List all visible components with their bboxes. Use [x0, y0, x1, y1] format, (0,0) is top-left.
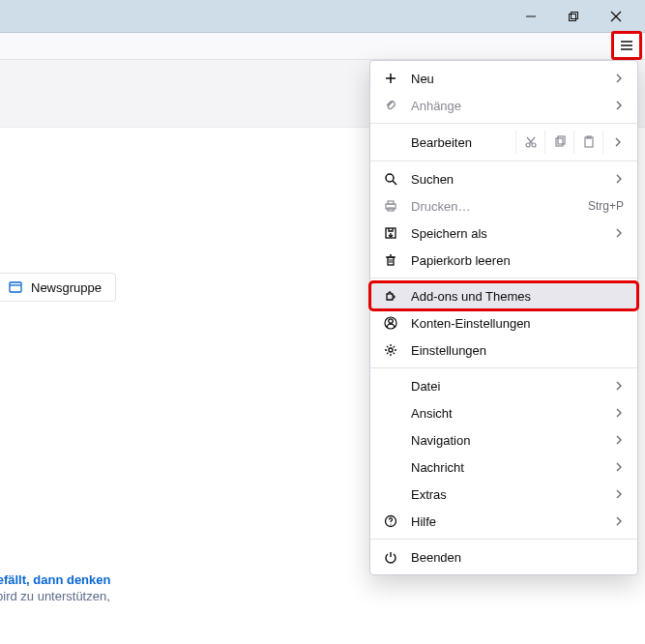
svg-point-20	[386, 174, 394, 182]
copy-icon	[553, 135, 567, 149]
chevron-right-icon	[612, 435, 626, 445]
puzzle-icon	[382, 287, 399, 305]
menu-label: Papierkorb leeren	[411, 253, 626, 268]
menu-item-file[interactable]: Datei	[370, 372, 637, 399]
svg-point-36	[390, 523, 391, 524]
copy-button[interactable]	[544, 131, 573, 154]
menu-item-save-as[interactable]: Speichern als	[370, 220, 637, 247]
menu-label: Extras	[411, 487, 601, 502]
clipboard-icon	[582, 135, 596, 149]
chevron-right-icon	[612, 228, 626, 238]
chevron-right-icon	[612, 462, 626, 472]
donate-line-2: nderbird zu unterstützen,	[0, 588, 242, 605]
menu-label: Konten-Einstellungen	[411, 316, 626, 331]
menu-separator	[370, 161, 637, 161]
svg-point-32	[389, 319, 393, 323]
menu-separator	[370, 539, 637, 540]
svg-rect-16	[556, 138, 563, 146]
menu-item-message[interactable]: Nachricht	[370, 454, 637, 481]
menu-item-search[interactable]: Suchen	[370, 165, 637, 192]
menu-shortcut: Strg+P	[588, 199, 624, 213]
menu-separator	[370, 367, 637, 368]
chevron-right-icon	[612, 381, 626, 391]
app-menu-panel: Neu Anhänge Bearbeiten	[369, 60, 638, 575]
chevron-right-icon[interactable]	[602, 131, 631, 154]
menu-item-navigation[interactable]: Navigation	[370, 426, 637, 454]
menu-item-extras[interactable]: Extras	[370, 481, 637, 508]
plus-icon	[382, 70, 399, 87]
menu-separator	[370, 123, 637, 124]
menu-label: Datei	[411, 379, 601, 394]
menu-item-help[interactable]: Hilfe	[370, 508, 637, 535]
menu-item-quit[interactable]: Beenden	[370, 543, 637, 571]
chevron-right-icon	[612, 516, 626, 526]
svg-rect-17	[558, 136, 565, 144]
menu-item-new[interactable]: Neu	[370, 65, 637, 92]
menu-label: Beenden	[411, 550, 626, 565]
power-icon	[382, 548, 399, 566]
menu-edit-row: Bearbeiten	[370, 128, 637, 157]
app-menu-button[interactable]	[611, 31, 642, 60]
svg-rect-8	[10, 282, 21, 292]
paste-button[interactable]	[573, 131, 602, 154]
chevron-right-icon	[612, 489, 626, 499]
menu-item-empty-trash[interactable]: Papierkorb leeren	[370, 247, 637, 274]
search-icon	[382, 170, 399, 188]
chevron-right-icon	[612, 73, 626, 83]
svg-point-34	[389, 348, 393, 352]
window-titlebar	[0, 0, 645, 33]
trash-icon	[382, 251, 399, 269]
menu-item-print: Drucken… Strg+P	[370, 192, 637, 220]
menu-item-accounts[interactable]: Konten-Einstellungen	[370, 309, 637, 337]
newsgroup-chip[interactable]: Newsgruppe	[0, 273, 116, 302]
account-icon	[382, 314, 399, 332]
minimize-button[interactable]	[510, 3, 552, 30]
svg-line-21	[393, 181, 396, 185]
menu-label: Ansicht	[411, 406, 601, 421]
paperclip-icon	[382, 97, 399, 114]
newsgroup-label: Newsgruppe	[31, 280, 102, 295]
menu-label: Neu	[411, 72, 601, 86]
menu-label: Navigation	[411, 433, 601, 448]
help-icon	[382, 512, 399, 530]
menu-label: Suchen	[411, 172, 601, 187]
save-icon	[382, 224, 399, 242]
svg-rect-2	[572, 12, 578, 18]
gear-icon	[382, 341, 399, 359]
menu-item-view[interactable]: Ansicht	[370, 399, 637, 426]
chevron-right-icon	[612, 408, 626, 418]
newsgroup-icon	[8, 279, 23, 295]
menu-item-addons[interactable]: Add-ons und Themes	[370, 282, 637, 309]
maximize-button[interactable]	[552, 3, 595, 30]
hamburger-icon	[619, 38, 634, 53]
cut-button[interactable]	[515, 131, 544, 154]
menu-label: Nachricht	[411, 460, 601, 475]
printer-icon	[382, 197, 399, 215]
toolbar	[0, 33, 645, 60]
menu-label: Hilfe	[411, 514, 601, 529]
menu-separator	[370, 278, 637, 278]
menu-label: Add-ons und Themes	[411, 289, 626, 304]
scissors-icon	[524, 135, 538, 149]
menu-label: Speichern als	[411, 226, 601, 241]
chevron-right-icon	[612, 174, 626, 184]
donate-line-1: en gefällt, dann denken	[0, 571, 242, 589]
menu-label: Bearbeiten	[411, 135, 515, 150]
chevron-right-icon	[612, 101, 626, 110]
menu-label: Drucken…	[411, 199, 576, 214]
svg-rect-1	[570, 14, 576, 20]
menu-label: Anhänge	[411, 99, 601, 113]
donate-text: en gefällt, dann denken nderbird zu unte…	[0, 571, 242, 605]
svg-rect-27	[388, 257, 394, 265]
close-button[interactable]	[595, 3, 637, 30]
menu-label: Einstellungen	[411, 343, 626, 358]
menu-item-attachments: Anhänge	[370, 92, 637, 119]
menu-item-settings[interactable]: Einstellungen	[370, 337, 637, 364]
